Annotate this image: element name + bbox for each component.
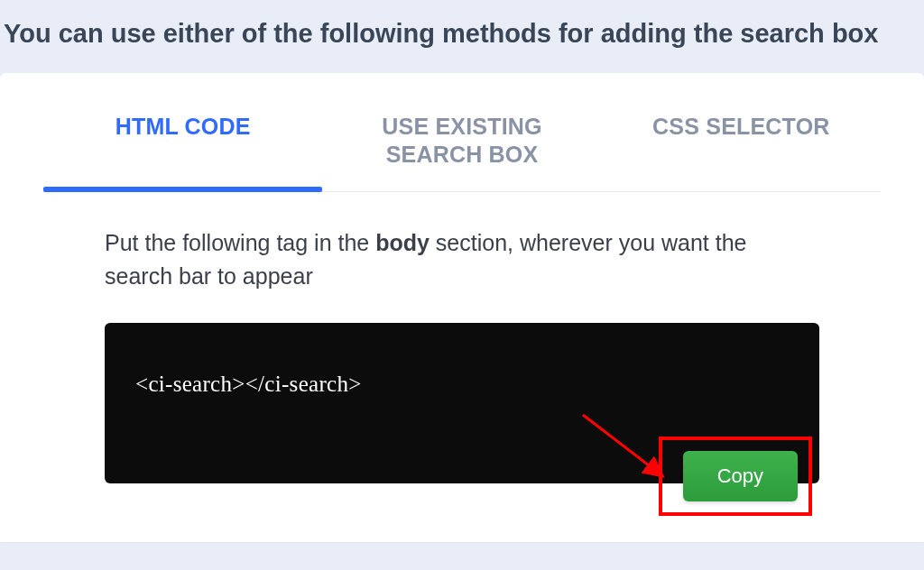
code-block-wrap: <ci-search></ci-search> Copy <box>105 323 819 483</box>
tab-html-code[interactable]: HTML CODE <box>43 113 322 191</box>
method-card: HTML CODE USE EXISTING SEARCH BOX CSS SE… <box>0 73 924 542</box>
tabs: HTML CODE USE EXISTING SEARCH BOX CSS SE… <box>43 113 881 192</box>
instruction-pre: Put the following tag in the <box>105 230 375 255</box>
page-title: You can use either of the following meth… <box>0 0 924 73</box>
tab-content: Put the following tag in the body sectio… <box>43 192 881 483</box>
tab-label: CSS SELECTOR <box>652 114 829 139</box>
instruction-bold: body <box>375 230 430 255</box>
tab-use-existing-search-box[interactable]: USE EXISTING SEARCH BOX <box>322 113 601 191</box>
tab-label: HTML CODE <box>116 114 251 139</box>
copy-button[interactable]: Copy <box>683 451 798 501</box>
instruction-text: Put the following tag in the body sectio… <box>105 226 819 294</box>
tab-label: USE EXISTING SEARCH BOX <box>382 114 541 167</box>
tab-css-selector[interactable]: CSS SELECTOR <box>602 113 881 191</box>
